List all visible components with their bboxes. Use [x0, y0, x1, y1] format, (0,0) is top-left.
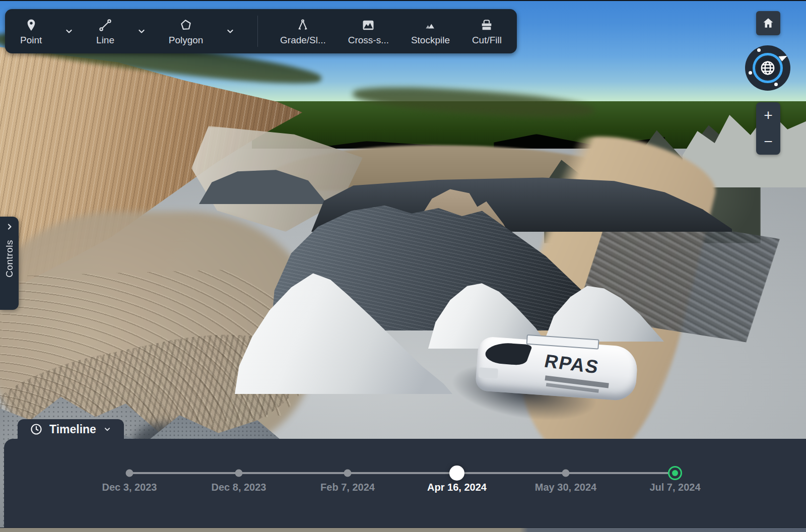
tool-grade-slope[interactable]: Grade/Sl... [280, 17, 326, 46]
timeline-date-4[interactable]: Apr 16, 2024 [427, 482, 487, 493]
zoom-out-button[interactable]: − [756, 128, 780, 155]
controls-panel-toggle[interactable]: Controls [0, 217, 19, 310]
stockpile-icon [423, 17, 437, 32]
zoom-controls: + − [756, 102, 780, 155]
timeline-dot-3[interactable] [344, 470, 352, 477]
map-pin-icon [24, 17, 38, 32]
bottom-terrain-strip [0, 527, 806, 532]
tool-label: Polygon [169, 35, 204, 46]
cross-section-icon [361, 17, 375, 32]
window-top-edge [0, 0, 806, 1]
tool-label: Grade/Sl... [280, 35, 326, 46]
tool-polygon-dropdown-caret[interactable] [225, 26, 235, 36]
controls-panel-label: Controls [4, 240, 15, 278]
timeline-date-6[interactable]: Jul 7, 2024 [649, 482, 700, 493]
zoom-in-button[interactable]: + [756, 102, 780, 128]
tool-label: Cut/Fill [472, 35, 502, 46]
tool-polygon[interactable]: Polygon [169, 17, 204, 46]
toolbar-divider [257, 16, 258, 47]
tool-label: Line [96, 35, 114, 46]
timeline-track [129, 472, 675, 474]
timeline-dot-1[interactable] [126, 470, 133, 477]
timeline-panel: Dec 3, 2023Dec 8, 2023Feb 7, 2024Apr 16,… [4, 439, 806, 527]
timeline-dot-5[interactable] [562, 470, 570, 477]
compass-dot [757, 48, 761, 52]
tool-point-dropdown-caret[interactable] [64, 26, 74, 36]
tool-cross-section[interactable]: Cross-s... [348, 17, 389, 46]
cut-fill-icon [480, 17, 494, 32]
timeline-dot-6[interactable] [668, 466, 682, 480]
tool-line[interactable]: Line [96, 17, 114, 46]
tool-point[interactable]: Point [20, 17, 42, 46]
globe-hub[interactable] [757, 57, 779, 79]
tool-label: Point [20, 35, 42, 46]
van-front-detail [479, 367, 498, 379]
timeline-date-2[interactable]: Dec 8, 2023 [212, 482, 266, 493]
timeline-title: Timeline [49, 423, 96, 436]
timeline-date-3[interactable]: Feb 7, 2024 [320, 482, 375, 493]
home-button[interactable] [756, 11, 780, 35]
tool-line-dropdown-caret[interactable] [137, 26, 147, 36]
compass-widget[interactable] [745, 45, 790, 91]
tool-label: Cross-s... [348, 35, 389, 46]
line-segment-icon [98, 17, 112, 32]
polygon-icon [179, 17, 193, 32]
timeline-dot-4[interactable] [449, 466, 464, 481]
compass-dot [774, 83, 778, 86]
tool-label: Stockpile [411, 35, 450, 46]
timeline-date-5[interactable]: May 30, 2024 [535, 482, 596, 493]
timeline-date-1[interactable]: Dec 3, 2023 [102, 482, 157, 493]
chevron-right-icon [5, 222, 15, 234]
survey-van: RPAS [474, 330, 639, 413]
grade-slope-icon [296, 17, 310, 32]
chevron-down-icon [103, 425, 112, 434]
clock-icon [30, 423, 43, 436]
timeline-header[interactable]: Timeline [18, 419, 124, 439]
tool-cut-fill[interactable]: Cut/Fill [472, 17, 502, 46]
timeline-dot-2[interactable] [235, 470, 243, 477]
tool-stockpile[interactable]: Stockpile [411, 17, 450, 46]
compass-dot [749, 71, 752, 75]
measure-toolbar: PointLinePolygonGrade/Sl...Cross-s...Sto… [5, 9, 517, 53]
